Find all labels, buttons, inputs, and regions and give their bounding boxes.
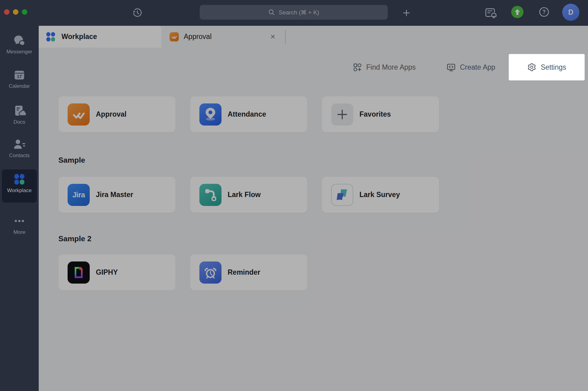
find-more-apps-button[interactable]: Find More Apps (353, 54, 416, 80)
lark-flow-icon (199, 184, 221, 206)
calendar-icon: 17 (0, 68, 39, 82)
sidebar-label: Calendar (0, 83, 39, 89)
main-area: Workplace Approval ✕ Find Mor (39, 26, 588, 391)
app-tile-jira-master[interactable]: Jira Jira Master (58, 177, 175, 213)
tab-divider (285, 30, 286, 44)
app-name: GIPHY (96, 268, 118, 277)
app-name: Approval (96, 110, 127, 118)
lark-survey-icon (331, 184, 353, 206)
tab-label: Approval (184, 33, 212, 41)
announcement-bell-icon (484, 6, 498, 19)
favorites-plus-icon (331, 103, 353, 126)
sidebar-item-contacts[interactable]: Contacts (0, 137, 39, 159)
app-tile-reminder[interactable]: Reminder (190, 254, 307, 290)
app-name: Lark Survey (359, 191, 400, 199)
titlebar: Search (⌘ + K) ? (0, 0, 588, 26)
section-title-sample: Sample (58, 156, 85, 165)
svg-text:17: 17 (17, 74, 22, 79)
app-tile-approval[interactable]: Approval (58, 96, 175, 132)
sidebar-label: Docs (0, 119, 39, 125)
action-label: Create App (460, 63, 495, 72)
plus-icon (402, 8, 411, 17)
minimize-window-button[interactable] (13, 9, 18, 15)
app-grid-plus-icon (353, 63, 362, 72)
app-name: Reminder (228, 268, 260, 277)
workplace-tab-icon (45, 31, 57, 43)
sidebar: Messenger 17 Calendar Docs (0, 26, 39, 391)
reminder-icon (199, 261, 221, 284)
search-input[interactable]: Search (⌘ + K) (200, 5, 388, 20)
settings-button[interactable]: Settings (509, 54, 585, 80)
docs-icon (0, 104, 39, 118)
lark-app-window: Search (⌘ + K) ? (0, 0, 588, 391)
search-icon (268, 9, 275, 16)
sidebar-label: More (0, 229, 39, 235)
gear-icon (527, 63, 536, 72)
monitor-code-icon (446, 63, 456, 72)
app-name: Favorites (359, 110, 391, 118)
close-window-button[interactable] (4, 9, 10, 15)
settings-label: Settings (541, 63, 566, 72)
sidebar-item-more[interactable]: More (0, 214, 39, 235)
zoom-window-button[interactable] (22, 9, 27, 15)
help-button[interactable]: ? (538, 6, 550, 18)
svg-text:?: ? (543, 9, 546, 15)
sidebar-item-messenger[interactable]: Messenger (0, 34, 39, 55)
sidebar-label: Messenger (0, 49, 39, 55)
avatar-initial: D (568, 8, 574, 17)
more-dots-icon (0, 214, 39, 228)
sidebar-label: Contacts (0, 153, 39, 159)
app-tile-lark-flow[interactable]: Lark Flow (190, 177, 307, 213)
tab-label: Workplace (61, 33, 97, 41)
new-tab-button[interactable] (401, 7, 412, 19)
action-label: Find More Apps (366, 63, 416, 72)
app-tile-attendance[interactable]: Attendance (190, 96, 307, 132)
section-title-sample-2: Sample 2 (58, 234, 92, 243)
workplace-content: Find More Apps Create App Appr (39, 48, 588, 391)
app-name: Attendance (228, 110, 266, 118)
messenger-icon (0, 34, 39, 47)
tab-workplace[interactable]: Workplace (39, 26, 161, 48)
sidebar-item-calendar[interactable]: 17 Calendar (0, 68, 39, 89)
jira-icon-text: Jira (73, 191, 85, 199)
history-button[interactable] (131, 7, 143, 18)
upgrade-button[interactable] (511, 6, 523, 18)
giphy-icon (68, 261, 90, 284)
close-tab-button[interactable]: ✕ (269, 33, 276, 41)
jira-icon: Jira (68, 184, 90, 206)
app-tile-giphy[interactable]: GIPHY (58, 254, 175, 290)
announcements-button[interactable] (484, 6, 498, 20)
app-tile-lark-survey[interactable]: Lark Survey (322, 177, 439, 213)
history-icon (132, 7, 143, 18)
tab-approval[interactable]: Approval ✕ (162, 26, 285, 48)
approval-tab-icon (170, 32, 179, 41)
window-controls (4, 9, 27, 15)
create-app-button[interactable]: Create App (446, 54, 495, 80)
attendance-icon (199, 103, 221, 126)
approval-icon (68, 103, 90, 126)
user-avatar[interactable]: D (562, 4, 579, 21)
contacts-icon (0, 137, 39, 151)
workplace-icon (2, 172, 37, 186)
sidebar-item-workplace[interactable]: Workplace (2, 169, 37, 203)
question-icon: ? (538, 6, 550, 18)
arrow-up-icon (511, 6, 523, 18)
app-tile-favorites[interactable]: Favorites (322, 96, 439, 132)
sidebar-label: Workplace (2, 188, 37, 194)
search-placeholder: Search (⌘ + K) (279, 9, 319, 16)
app-name: Lark Flow (228, 191, 261, 199)
sidebar-item-docs[interactable]: Docs (0, 104, 39, 125)
app-name: Jira Master (96, 191, 133, 199)
